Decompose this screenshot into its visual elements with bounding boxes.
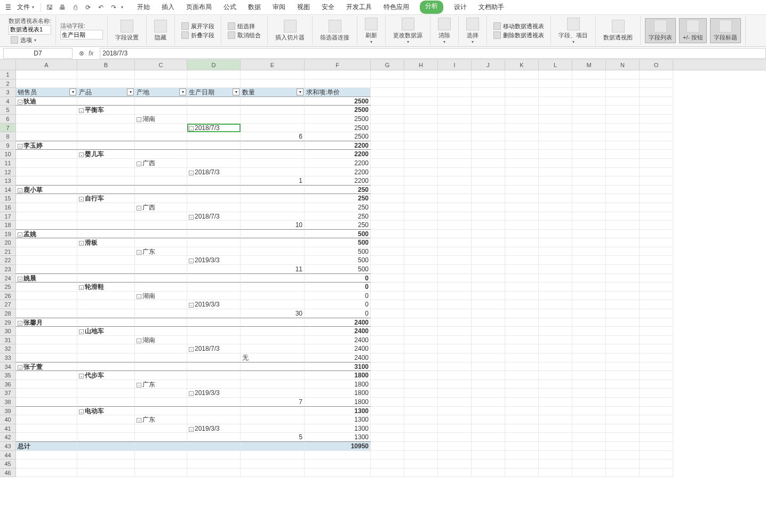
cell-G44[interactable] <box>371 451 404 460</box>
cell-F10[interactable]: 2200 <box>305 150 371 159</box>
cell-E15[interactable] <box>241 194 305 203</box>
cell-J21[interactable] <box>472 247 505 256</box>
cell-M40[interactable] <box>572 415 606 424</box>
cell-L29[interactable] <box>539 318 572 327</box>
cell-L4[interactable] <box>539 97 572 106</box>
collapse-icon[interactable]: - <box>137 294 141 299</box>
cell-H4[interactable] <box>404 97 438 106</box>
col-header-J[interactable]: J <box>472 60 505 70</box>
cell-B4[interactable] <box>77 97 135 106</box>
cell-G42[interactable] <box>371 433 404 442</box>
cell-A8[interactable] <box>16 132 77 141</box>
cell-L18[interactable] <box>539 221 572 230</box>
cell-O27[interactable] <box>640 300 673 309</box>
filter-dropdown-icon[interactable]: ▾ <box>69 88 76 95</box>
cell-K34[interactable] <box>505 362 539 372</box>
row-header-20[interactable]: 20 <box>0 238 15 247</box>
cell-N43[interactable] <box>606 442 640 451</box>
cell-H42[interactable] <box>404 433 438 442</box>
cell-L19[interactable] <box>539 230 572 239</box>
cell-H33[interactable] <box>404 353 438 362</box>
cell-A25[interactable] <box>16 283 77 292</box>
cell-F46[interactable] <box>305 469 371 478</box>
cell-K23[interactable] <box>505 265 539 274</box>
cell-N32[interactable] <box>606 344 640 353</box>
cell-L10[interactable] <box>539 150 572 159</box>
row-header-31[interactable]: 31 <box>0 336 15 345</box>
cell-N26[interactable] <box>606 292 640 301</box>
row-header-41[interactable]: 41 <box>0 424 15 433</box>
cell-L1[interactable] <box>539 70 572 79</box>
cell-E30[interactable] <box>241 327 305 336</box>
collapse-icon[interactable]: - <box>189 126 194 131</box>
cell-F5[interactable]: 2500 <box>305 106 371 115</box>
cell-K35[interactable] <box>505 371 539 380</box>
cell-O44[interactable] <box>640 451 673 460</box>
cell-J44[interactable] <box>472 451 505 460</box>
cell-H46[interactable] <box>404 469 438 478</box>
cell-G32[interactable] <box>371 344 404 353</box>
cell-B20[interactable]: -滑板 <box>77 238 135 247</box>
cell-A6[interactable] <box>16 115 77 124</box>
cell-I28[interactable] <box>438 309 472 318</box>
cell-L38[interactable] <box>539 398 572 407</box>
cell-F22[interactable]: 500 <box>305 256 371 265</box>
row-header-30[interactable]: 30 <box>0 327 15 336</box>
cell-F44[interactable] <box>305 451 371 460</box>
collapse-icon[interactable]: - <box>137 206 141 211</box>
cell-M22[interactable] <box>572 256 606 265</box>
cell-N38[interactable] <box>606 398 640 407</box>
cell-B32[interactable] <box>77 344 135 353</box>
cell-B26[interactable] <box>77 292 135 301</box>
cell-H41[interactable] <box>404 424 438 433</box>
cell-F27[interactable]: 0 <box>305 300 371 309</box>
cell-I46[interactable] <box>438 469 472 478</box>
tab-3[interactable]: 公式 <box>222 1 237 14</box>
cell-K13[interactable] <box>505 176 539 186</box>
row-header-10[interactable]: 10 <box>0 150 15 159</box>
collapse-icon[interactable]: - <box>189 303 194 308</box>
row-header-34[interactable]: 34 <box>0 362 15 372</box>
cell-N5[interactable] <box>606 106 640 115</box>
cell-C39[interactable] <box>135 407 187 416</box>
cell-I6[interactable] <box>438 115 472 124</box>
cell-M3[interactable] <box>572 88 606 97</box>
cell-C37[interactable] <box>135 389 187 398</box>
collapse-icon[interactable]: - <box>18 365 22 370</box>
cell-J18[interactable] <box>472 221 505 230</box>
cell-J37[interactable] <box>472 389 505 398</box>
cell-M41[interactable] <box>572 424 606 433</box>
row-header-14[interactable]: 14 <box>0 186 15 195</box>
cell-E26[interactable] <box>241 292 305 301</box>
cell-H8[interactable] <box>404 132 438 141</box>
col-header-H[interactable]: H <box>404 60 438 70</box>
row-header-6[interactable]: 6 <box>0 115 15 124</box>
cell-L42[interactable] <box>539 433 572 442</box>
cell-A33[interactable] <box>16 353 77 362</box>
cell-C14[interactable] <box>135 186 187 195</box>
cell-J31[interactable] <box>472 336 505 345</box>
cell-H38[interactable] <box>404 398 438 407</box>
row-header-8[interactable]: 8 <box>0 132 15 141</box>
cell-M30[interactable] <box>572 327 606 336</box>
cell-B28[interactable] <box>77 309 135 318</box>
cell-O45[interactable] <box>640 460 673 469</box>
cell-H17[interactable] <box>404 212 438 221</box>
cell-O4[interactable] <box>640 97 673 106</box>
row-header-22[interactable]: 22 <box>0 256 15 265</box>
cell-O12[interactable] <box>640 168 673 177</box>
cell-O13[interactable] <box>640 176 673 186</box>
cell-I12[interactable] <box>438 168 472 177</box>
cell-G4[interactable] <box>371 97 404 106</box>
cell-J15[interactable] <box>472 194 505 203</box>
cell-B18[interactable] <box>77 221 135 230</box>
row-header-27[interactable]: 27 <box>0 300 15 309</box>
cell-M14[interactable] <box>572 186 606 195</box>
cell-G12[interactable] <box>371 168 404 177</box>
cell-N8[interactable] <box>606 132 640 141</box>
cell-H36[interactable] <box>404 380 438 389</box>
cell-C29[interactable] <box>135 318 187 327</box>
cell-H5[interactable] <box>404 106 438 115</box>
cell-B33[interactable] <box>77 353 135 362</box>
cell-B23[interactable] <box>77 265 135 274</box>
